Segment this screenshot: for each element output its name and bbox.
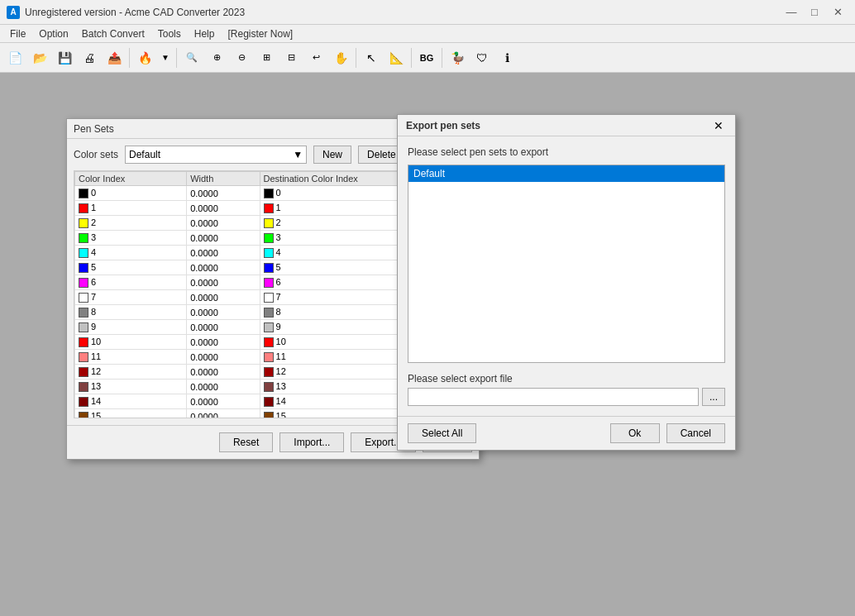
export-file-label: Please select export file xyxy=(408,373,725,384)
minimize-button[interactable]: — xyxy=(781,3,802,21)
src-color-swatch xyxy=(79,218,88,228)
menu-batch-convert[interactable]: Batch Convert xyxy=(75,26,151,41)
dst-color-swatch xyxy=(264,308,274,318)
export-list-item-default[interactable]: Default xyxy=(408,165,724,182)
width-cell: 0.0000 xyxy=(187,305,260,320)
dst-color-swatch xyxy=(264,293,274,303)
export-cancel-button[interactable]: Cancel xyxy=(666,423,725,443)
src-color-cell: 3 xyxy=(75,231,187,246)
import-button[interactable]: Import... xyxy=(279,432,344,452)
src-color-cell: 1 xyxy=(75,201,187,216)
app-close-button[interactable]: ✕ xyxy=(827,3,848,21)
flame-button[interactable]: 🔥 xyxy=(133,46,156,69)
export-browse-button[interactable]: ... xyxy=(702,388,725,406)
src-color-swatch xyxy=(79,233,88,243)
new-button[interactable]: 📄 xyxy=(3,46,26,69)
info-button[interactable]: ℹ xyxy=(495,46,518,69)
width-cell: 0.0000 xyxy=(187,201,260,216)
src-color-swatch xyxy=(79,203,88,213)
save-button[interactable]: 💾 xyxy=(53,46,76,69)
export-ok-button[interactable]: Ok xyxy=(610,423,660,443)
src-color-swatch xyxy=(79,308,88,318)
src-color-cell: 10 xyxy=(75,335,187,350)
src-color-cell: 4 xyxy=(75,246,187,260)
shield-button[interactable]: 🛡 xyxy=(470,46,494,69)
src-color-swatch xyxy=(79,337,88,347)
src-color-swatch xyxy=(79,412,88,418)
main-area: Pen Sets ✕ Color sets Default ▼ New Dele… xyxy=(0,73,855,616)
sep1 xyxy=(129,48,130,68)
src-color-cell: 14 xyxy=(75,394,187,409)
export-close-button[interactable]: ✕ xyxy=(710,117,727,134)
src-color-cell: 0 xyxy=(75,186,187,201)
src-color-cell: 9 xyxy=(75,320,187,335)
sep2 xyxy=(176,48,177,68)
src-color-cell: 6 xyxy=(75,275,187,290)
print-button[interactable]: 🖨 xyxy=(78,46,101,69)
menu-help[interactable]: Help xyxy=(188,26,222,41)
src-color-swatch xyxy=(79,397,88,407)
export-dialog-title: Export pen sets ✕ xyxy=(398,115,735,136)
menu-option[interactable]: Option xyxy=(32,26,74,41)
width-cell: 0.0000 xyxy=(187,320,260,335)
sep4 xyxy=(411,48,412,68)
export-dialog-title-text: Export pen sets xyxy=(406,120,710,131)
toolbar: 📄 📂 💾 🖨 📤 🔥 ▼ 🔍 ⊕ ⊖ ⊞ ⊟ ↩ ✋ ↖ 📐 BG 🦆 🛡 ℹ xyxy=(0,43,855,73)
width-cell: 0.0000 xyxy=(187,380,260,394)
sep3 xyxy=(356,48,356,68)
maximize-button[interactable]: □ xyxy=(804,3,825,21)
dst-color-swatch xyxy=(264,189,274,198)
dst-color-swatch xyxy=(264,233,274,243)
width-cell: 0.0000 xyxy=(187,260,260,275)
src-color-swatch xyxy=(79,352,88,362)
dst-color-swatch xyxy=(264,337,274,347)
export-footer-right: Ok Cancel xyxy=(610,423,725,443)
select-button[interactable]: ↖ xyxy=(360,46,383,69)
export-footer: Select All Ok Cancel xyxy=(398,416,735,450)
dst-color-swatch xyxy=(264,263,274,273)
menu-file[interactable]: File xyxy=(3,26,32,41)
zoom-in-button[interactable]: ⊕ xyxy=(205,46,228,69)
width-cell: 0.0000 xyxy=(187,246,260,260)
duck-button[interactable]: 🦆 xyxy=(446,46,469,69)
dst-color-swatch xyxy=(264,367,274,377)
src-color-swatch xyxy=(79,382,88,392)
width-cell: 0.0000 xyxy=(187,409,260,419)
dropdown-button[interactable]: ▼ xyxy=(158,46,173,69)
src-color-cell: 13 xyxy=(75,380,187,394)
width-cell: 0.0000 xyxy=(187,216,260,231)
src-color-swatch xyxy=(79,293,88,303)
dst-color-swatch xyxy=(264,218,274,228)
zoom-button[interactable]: 🔍 xyxy=(180,46,203,69)
src-color-swatch xyxy=(79,367,88,377)
color-sets-label: Color sets xyxy=(74,149,118,160)
open-button[interactable]: 📂 xyxy=(28,46,51,69)
export-toolbar-button[interactable]: 📤 xyxy=(103,46,126,69)
zoom-full-button[interactable]: ⊟ xyxy=(279,46,303,69)
width-cell: 0.0000 xyxy=(187,231,260,246)
width-cell: 0.0000 xyxy=(187,350,260,365)
bg-button[interactable]: BG xyxy=(415,46,438,69)
new-color-set-button[interactable]: New xyxy=(313,146,351,164)
color-sets-dropdown[interactable]: Default ▼ xyxy=(125,146,307,164)
export-body: Please select pen sets to export Default… xyxy=(398,136,735,416)
menu-tools[interactable]: Tools xyxy=(151,26,188,41)
export-list[interactable]: Default xyxy=(408,165,725,363)
menu-register[interactable]: [Register Now] xyxy=(221,26,299,41)
zoom-out-button[interactable]: ⊖ xyxy=(230,46,253,69)
dst-color-swatch xyxy=(264,397,274,407)
zoom-window-button[interactable]: ⊞ xyxy=(255,46,278,69)
dst-color-swatch xyxy=(264,412,274,418)
export-file-input[interactable] xyxy=(408,388,699,406)
width-cell: 0.0000 xyxy=(187,365,260,380)
dst-color-swatch xyxy=(264,203,274,213)
dst-color-swatch xyxy=(264,278,274,288)
zoom-prev-button[interactable]: ↩ xyxy=(304,46,327,69)
pan-button[interactable]: ✋ xyxy=(329,46,352,69)
select-all-button[interactable]: Select All xyxy=(408,423,476,443)
src-color-cell: 11 xyxy=(75,350,187,365)
app-icon: A xyxy=(7,6,20,19)
reset-button[interactable]: Reset xyxy=(219,432,273,452)
measure-button[interactable]: 📐 xyxy=(385,46,408,69)
width-cell: 0.0000 xyxy=(187,394,260,409)
